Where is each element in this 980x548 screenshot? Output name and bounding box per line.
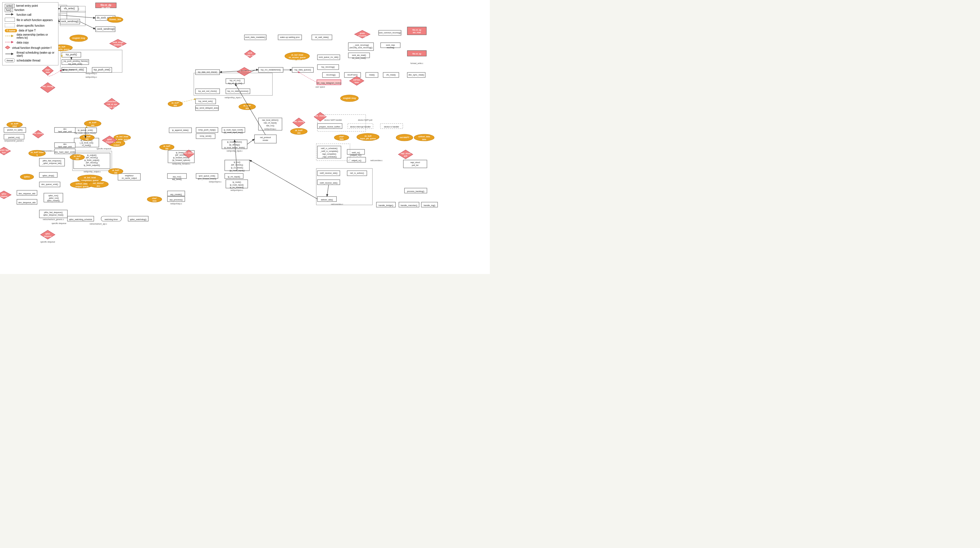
svg-text:netpoll_rx(): netpoll_rx() (352, 159, 361, 162)
svg-text:skb: skb (91, 124, 94, 126)
ownership-arrow-icon (5, 34, 15, 38)
svg-text:sk_data_ready: sk_data_ready (243, 54, 257, 57)
svg-marker-133 (237, 67, 252, 76)
svg-text:qdisc_drop(): qdisc_drop() (42, 174, 54, 177)
svg-text:softnet_data: softnet_data (418, 136, 430, 138)
svg-text:tcp_push_one(): tcp_push_one() (94, 68, 110, 71)
svg-text:napi_complete(): napi_complete() (322, 153, 336, 155)
svg-text:watchdog timer: watchdog timer (104, 218, 118, 221)
svg-text:requeue: requeue (0, 195, 8, 198)
svg-text:device interrupt handler: device interrupt handler (350, 126, 371, 128)
svg-text:(ip_defrag()): (ip_defrag()) (229, 144, 240, 146)
svg-text:skb_clone(): skb_clone() (315, 115, 326, 117)
svg-text:sk_write_queue: sk_write_queue (115, 138, 130, 141)
svg-text:file-nt_op: file-nt_op (412, 53, 421, 55)
svg-text:recvmsg: recvmsg (387, 47, 395, 49)
svg-text:net/core/dev.c: net/core/dev.c (41, 150, 54, 152)
svg-text:_tcp_push_pending_frames(): _tcp_push_pending_frames() (62, 60, 88, 62)
svg-text:char*: char* (339, 136, 344, 138)
svg-text:sk_buff*: sk_buff* (89, 122, 97, 124)
svg-text:netif_rx(): netif_rx() (352, 151, 360, 154)
svg-text:net/ipv4/tcp_input.c: net/ipv4/tcp_input.c (225, 97, 242, 99)
svg-text:icmp_push_reply(): icmp_push_reply() (198, 129, 216, 131)
legend-data-label: data of type T (19, 29, 36, 32)
svg-text:_qdisc_enqueue_tail(): _qdisc_enqueue_tail() (42, 162, 62, 165)
svg-marker-194 (293, 118, 305, 127)
svg-text:sk_buff*: sk_buff* (163, 145, 170, 147)
svg-text:ipmr_queue_xmit(): ipmr_queue_xmit() (199, 175, 215, 177)
svg-text:edit*dev: edit*dev (353, 79, 360, 81)
svg-text:skb: skb (114, 172, 117, 174)
svg-text:data: data (153, 200, 157, 202)
svg-text:net/ipv4/ip_forward.c: net/ipv4/ip_forward.c (172, 163, 191, 165)
svg-text:qdisc_watchdog(): qdisc_watchdog() (130, 218, 146, 221)
svg-text:recvFrom(): recvFrom() (347, 73, 358, 76)
svg-text:net/ipv4/tcp.c: net/ipv4/tcp.c (85, 72, 97, 75)
svg-text:base: base (355, 81, 359, 83)
svg-text:(netpoll_rx()): (netpoll_rx()) (350, 154, 361, 156)
svg-text:handle_macvlan(): handle_macvlan() (401, 204, 417, 206)
svg-text:(security_sock_recvmsg()): (security_sock_recvmsg()) (349, 47, 372, 49)
svg-text:ip_finish_output(): ip_finish_output() (84, 159, 99, 161)
svg-marker-48 (42, 66, 53, 75)
svg-text:skb_clone(): skb_clone() (294, 121, 304, 123)
svg-text:arp_create(): arp_create() (170, 193, 182, 196)
svg-text:nf_hook()): nf_hook()) (82, 144, 91, 146)
svg-text:qdisc: qdisc (46, 233, 50, 235)
svg-text:device NAPl poll: device NAPl poll (358, 119, 372, 121)
svg-text:dbc_sync_read(): dbc_sync_read() (409, 73, 424, 76)
svg-text:sock_queue_rcv_skb(): sock_queue_rcv_skb() (319, 56, 339, 59)
svg-text:poll: poll (404, 155, 407, 157)
main-diagram: write() send() sendmsg() user space fs/h… (0, 0, 490, 274)
svg-text:tcp_send_ack(): tcp_send_ack() (198, 100, 213, 102)
svg-text:net-NAPT: net-NAPT (400, 136, 409, 139)
svg-text:_qdisc_run(): _qdisc_run() (48, 197, 59, 199)
svg-text:proto: proto (360, 32, 365, 35)
svg-text:sock: sock (248, 52, 252, 54)
svg-text:skb: skb (76, 158, 79, 160)
svg-text:arp_process(): arp_process() (170, 199, 183, 201)
svg-text:(NF_HOOK()): (NF_HOOK()) (86, 157, 98, 159)
thread-arrow-icon (5, 52, 15, 56)
svg-text:packet_type: packet_type (0, 149, 9, 151)
svg-text:raw_rcv(): raw_rcv() (266, 125, 274, 127)
svg-text:skb_clone(): skb_clone() (33, 132, 43, 135)
svg-text:msgbdr msg: msgbdr msg (343, 97, 356, 99)
svg-text:sk_buf_head: sk_buf_head (84, 176, 96, 179)
svg-text:nn_cache_output: nn_cache_output (122, 177, 137, 179)
svg-text:queue_xmit: queue_xmit (107, 106, 117, 108)
svg-text:packet_rcv_spkt(): packet_rcv_spkt() (7, 129, 22, 131)
svg-text:vfs_write(): vfs_write() (64, 7, 75, 10)
legend-item-ownership: data ownership (writes or refers to) (5, 33, 56, 39)
legend-funcall-label: function call (17, 13, 32, 16)
svg-text:ip_forward_finish(): ip_forward_finish() (173, 157, 189, 159)
svg-text:dev: dev (63, 143, 67, 145)
svg-text:net/ipv4/ipmr.c: net/ipv4/ipmr.c (209, 181, 222, 183)
svg-text:sk_buff*: sk_buff* (243, 105, 251, 107)
svg-text:ip_rcv(): ip_rcv() (234, 161, 240, 164)
svg-text:dev: dev (97, 185, 100, 187)
svg-text:sk_buff*: sk_buff* (295, 129, 303, 131)
svg-text:icmp_send(): icmp_send() (200, 135, 212, 137)
svg-text:tiovec_iov: tiovec_iov (109, 18, 121, 21)
legend-item-thread-sched: thread scheduling (wake-up or start) (5, 51, 56, 57)
svg-text:sendmsg: sendmsg (114, 44, 123, 46)
svg-text:q: q (37, 154, 38, 156)
svg-line-381 (57, 15, 95, 18)
svg-text:ip_route(): ip_route() (232, 181, 241, 183)
svg-text:file-nt_op: file-nt_op (412, 29, 421, 31)
svg-text:fs/read_write.c: fs/read_write.c (410, 62, 423, 65)
svg-text:sock_msgh: sock_msgh (113, 41, 124, 43)
svg-text:->sk_at_ops: ->sk_at_ops (107, 103, 117, 106)
svg-text:live_connection_sock: live_connection_sock (102, 100, 121, 102)
svg-text:output: output (113, 144, 120, 146)
svg-text:sk_buf_head: sk_buf_head (291, 54, 303, 56)
svg-text:msgbdr msg: msgbdr msg (72, 37, 85, 39)
svg-text:input_pkt_queue: input_pkt_queue (360, 138, 376, 140)
svg-text:deliver_skb(): deliver_skb() (321, 199, 333, 201)
svg-text:skb: skb (173, 105, 177, 106)
svg-text:specific enqueue: specific enqueue (97, 148, 111, 150)
svg-text:neighbour: neighbour (125, 175, 134, 177)
svg-text:sk_async_wait_queue: sk_async_wait_queue (287, 59, 307, 61)
svg-text:_napi_schedule(): _napi_schedule() (321, 156, 337, 158)
